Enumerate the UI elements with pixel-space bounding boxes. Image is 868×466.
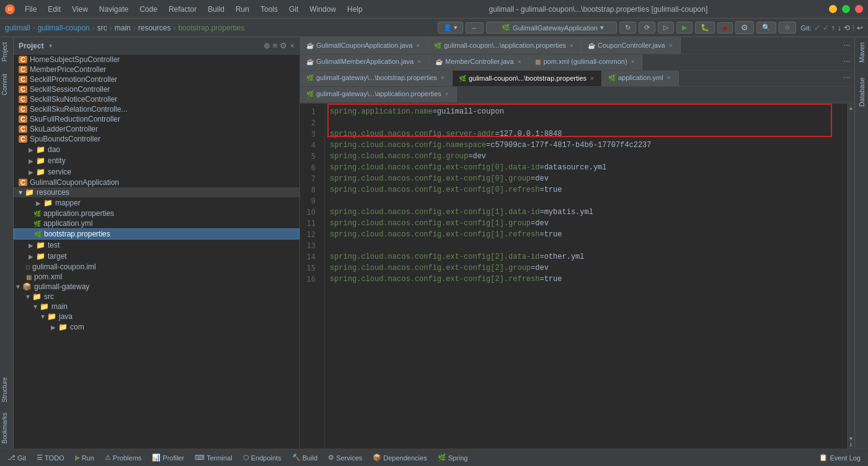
menu-item-navigate[interactable]: Navigate <box>94 4 133 15</box>
menu-item-help[interactable]: Help <box>342 4 368 15</box>
tree-item[interactable]: C SeckillSkuNoticeController <box>14 94 299 104</box>
run-button[interactable]: ▶ <box>676 22 693 34</box>
tab-close-icon[interactable]: × <box>668 42 674 50</box>
spring-button[interactable]: 🌿 Spring <box>433 452 473 463</box>
tree-item-resources[interactable]: ▾ 📁 resources <box>14 187 299 197</box>
branch-selector[interactable]: 🌿 GulimallGatewayApplication ▾ <box>486 22 617 34</box>
tree-item-java[interactable]: ▾ 📁 java <box>14 311 299 321</box>
panel-tab-database[interactable]: Database <box>857 73 867 112</box>
settings-button[interactable]: ⚙ <box>735 21 754 34</box>
tree-item-target[interactable]: ▶ 📁 target <box>14 251 299 262</box>
tree-item[interactable]: C SkuFullReductionController <box>14 114 299 124</box>
profile-button[interactable]: 👤 ▾ <box>438 22 463 34</box>
scroll-down-icon[interactable]: ▼ <box>848 436 854 442</box>
git-update-icon[interactable]: ⟲ <box>844 24 850 32</box>
dependencies-button[interactable]: 📦 Dependencies <box>368 452 432 463</box>
services-button[interactable]: ⚙ Services <box>323 452 367 463</box>
debug-button[interactable]: 🐛 <box>695 22 715 34</box>
tab-coupon-bootstrap[interactable]: 🌿 gulimall-coupon\...\bootstrap.properti… <box>453 71 602 86</box>
tab-close-icon[interactable]: × <box>415 42 421 50</box>
endpoints-button[interactable]: ⬡ Endpoints <box>238 452 286 463</box>
menu-item-build[interactable]: Build <box>203 4 229 15</box>
panel-tab-project[interactable]: Project <box>0 37 13 66</box>
menu-item-view[interactable]: View <box>67 4 93 15</box>
menu-item-code[interactable]: Code <box>135 4 162 15</box>
refresh-button[interactable]: ↻ <box>619 22 636 34</box>
menu-item-git[interactable]: Git <box>284 4 303 15</box>
tree-item-src[interactable]: ▾ 📁 src <box>14 292 299 302</box>
menu-item-window[interactable]: Window <box>304 4 341 15</box>
tree-item-app[interactable]: C GulimallCouponApplication <box>14 177 299 187</box>
tabs-more-button[interactable]: ⋯ <box>839 55 854 70</box>
build-button[interactable]: 🔨 Build <box>287 452 322 463</box>
code-area[interactable]: spring.application.name=gulimall-coupon … <box>325 104 842 449</box>
terminal-button[interactable]: ⌨ Terminal <box>190 452 237 463</box>
reload-button[interactable]: ⟳ <box>639 22 655 34</box>
tree-item-iml[interactable]: □ gulimall-coupon.iml <box>14 262 299 272</box>
tree-item-entity[interactable]: ▶ 📁 entity <box>14 155 299 166</box>
profiler-button[interactable]: 📊 Profiler <box>147 452 189 463</box>
panel-close-icon[interactable]: × <box>290 41 294 50</box>
maximize-button[interactable] <box>842 5 850 13</box>
tree-item-test[interactable]: ▶ 📁 test <box>14 240 299 251</box>
search-button[interactable]: 🔍 <box>756 22 776 34</box>
problems-button[interactable]: ⚠ Problems <box>100 452 146 463</box>
tab-close-icon[interactable]: × <box>444 90 450 98</box>
git-pull-icon[interactable]: ↓ <box>838 24 841 32</box>
tree-item[interactable]: C SeckillPromotionController <box>14 74 299 84</box>
panel-tab-maven[interactable]: Maven <box>857 37 867 68</box>
breadcrumb-resources[interactable]: resources <box>138 24 171 32</box>
tree-item[interactable]: C SkuLadderController <box>14 124 299 134</box>
nav-back-button[interactable]: ← <box>466 22 484 34</box>
panel-tab-structure[interactable]: Structure <box>0 372 13 408</box>
title-controls[interactable] <box>829 5 863 13</box>
breadcrumb-main[interactable]: main <box>115 24 131 32</box>
tree-item-service[interactable]: ▶ 📁 service <box>14 166 299 177</box>
menu-item-run[interactable]: Run <box>231 4 254 15</box>
tree-item[interactable]: C SeckillSessionController <box>14 84 299 94</box>
breadcrumb-gulimall[interactable]: gulimall <box>5 24 30 32</box>
tab-close-icon[interactable]: × <box>416 58 422 66</box>
tree-item[interactable]: C SpuBoundsController <box>14 134 299 144</box>
tree-item-bootstrap[interactable]: 🌿 bootstrap.properties <box>14 228 299 240</box>
tab-close-icon[interactable]: × <box>589 74 595 83</box>
tab-gateway-app-props[interactable]: 🌿 gulimall-gateway\...\application.prope… <box>300 87 457 102</box>
menu-item-tools[interactable]: Tools <box>255 4 283 15</box>
panel-dropdown-icon[interactable]: ▾ <box>49 42 52 49</box>
tree-item-dao[interactable]: ▶ 📁 dao <box>14 144 299 155</box>
minimize-button[interactable] <box>829 5 837 13</box>
panel-tab-commit[interactable]: Commit <box>0 69 13 100</box>
panel-collapse-icon[interactable]: ≡ <box>273 41 278 50</box>
tabs-more-button[interactable]: ⋯ <box>839 71 854 86</box>
git-undo-icon[interactable]: ↩ <box>857 24 863 32</box>
tab-app-yml[interactable]: 🌿 application.yml × <box>602 71 679 86</box>
tree-item-main[interactable]: ▾ 📁 main <box>14 302 299 311</box>
tree-item-com[interactable]: ▶ 📁 com <box>14 321 299 333</box>
tree-item[interactable]: C MemberPriceController <box>14 65 299 74</box>
tabs-more-button[interactable]: ⋯ <box>839 37 854 54</box>
breadcrumb-src[interactable]: src <box>97 24 107 32</box>
run-tool-button[interactable]: ▶ Run <box>70 452 99 463</box>
panel-filter-icon[interactable]: ⚙ <box>280 41 287 50</box>
tab-coupon-ctrl[interactable]: ☕ CouponController.java × <box>582 37 681 54</box>
tree-item-mapper[interactable]: ▶ 📁 mapper <box>14 197 299 208</box>
bookmark-button[interactable]: ☆ <box>779 22 796 34</box>
stop-button[interactable]: ■ <box>717 22 733 34</box>
tab-pom[interactable]: ▦ pom.xml (gulimall-common) × <box>529 55 642 70</box>
breadcrumb-coupon[interactable]: gulimall-coupon <box>38 24 90 32</box>
run-config-button[interactable]: ▷ <box>658 22 674 34</box>
tree-item-appprops[interactable]: 🌿 application.properties <box>14 208 299 218</box>
tab-close-icon[interactable]: × <box>516 58 523 66</box>
tab-close-icon[interactable]: × <box>440 74 446 82</box>
tab-close-icon[interactable]: × <box>630 58 636 66</box>
tab-coupon-app[interactable]: ☕ GulimallCouponApplication.java × <box>300 37 428 54</box>
tab-close-icon[interactable]: × <box>666 74 672 82</box>
close-button[interactable] <box>855 5 863 13</box>
tree-item[interactable]: C SeckillSkuRelationControlle... <box>14 104 299 114</box>
tree-item-gateway[interactable]: ▾ 📦 gulimall-gateway <box>14 282 299 292</box>
panel-locate-icon[interactable]: ⊕ <box>264 41 270 50</box>
tab-close-icon[interactable]: × <box>569 42 575 50</box>
todo-button[interactable]: ☰ TODO <box>32 452 69 463</box>
menu-item-refactor[interactable]: Refactor <box>164 4 202 15</box>
git-push-icon[interactable]: ↑ <box>831 24 835 32</box>
